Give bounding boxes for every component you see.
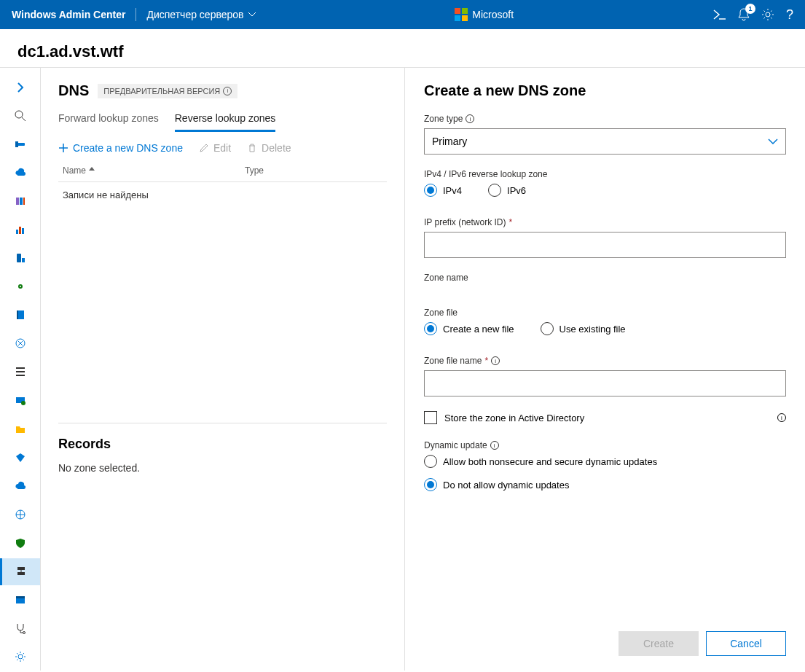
settings-icon[interactable] (761, 8, 774, 21)
ipver-label: IPv4 / IPv6 reverse lookup zone (424, 169, 786, 179)
ip-prefix-input[interactable] (424, 232, 786, 258)
radio-create-new-file[interactable]: Create a new file (424, 322, 514, 335)
sidebar-search[interactable] (0, 102, 40, 129)
sidebar-item-15[interactable] (0, 530, 40, 557)
radio-du-deny[interactable]: Do not allow dynamic updates (424, 478, 786, 491)
form-title: Create a new DNS zone (424, 82, 786, 99)
svg-rect-2 (455, 15, 460, 21)
sidebar-item-5[interactable] (0, 245, 40, 272)
svg-rect-19 (17, 310, 18, 319)
sidebar-item-8[interactable] (0, 330, 40, 357)
zone-type-select[interactable]: Primary (424, 128, 786, 155)
sidebar-item-2[interactable] (0, 159, 40, 186)
sort-asc-icon (89, 167, 95, 174)
pencil-icon (199, 143, 209, 153)
info-icon[interactable]: i (491, 356, 500, 365)
create-button: Create (619, 631, 699, 656)
info-icon[interactable]: i (490, 441, 499, 450)
sidebar-item-1[interactable] (0, 130, 40, 157)
notifications-icon[interactable]: 1 (738, 8, 750, 21)
create-zone-button[interactable]: Create a new DNS zone (58, 142, 183, 154)
sidebar-item-3[interactable] (0, 187, 40, 214)
tab-forward-zones[interactable]: Forward lookup zones (58, 112, 159, 132)
svg-rect-25 (17, 572, 25, 575)
delete-zone-button: Delete (247, 142, 291, 154)
sidebar-item-4[interactable] (0, 216, 40, 243)
svg-rect-3 (462, 15, 468, 21)
radio-du-allow[interactable]: Allow both nonsecure and secure dynamic … (424, 455, 786, 468)
ip-prefix-label: IP prefix (network ID)* (424, 217, 786, 227)
app-header: Windows Admin Center Диспетчер серверов … (0, 0, 805, 29)
table-empty-message: Записи не найдены (58, 182, 387, 208)
svg-point-22 (21, 401, 25, 405)
store-ad-checkbox[interactable] (424, 411, 437, 424)
product-title[interactable]: Windows Admin Center (12, 9, 125, 20)
store-ad-label: Store the zone in Active Directory (444, 413, 584, 423)
sidebar-item-13[interactable] (0, 472, 40, 499)
cloud2-icon (15, 480, 26, 492)
chevron-down-icon (248, 12, 256, 17)
col-header-name[interactable]: Name (63, 165, 245, 176)
brand-area[interactable]: Microsoft (256, 8, 713, 21)
zone-file-name-input[interactable] (424, 370, 786, 396)
list-icon (15, 366, 26, 378)
microsoft-logo-icon (455, 8, 468, 21)
cancel-button[interactable]: Cancel (706, 631, 786, 656)
powershell-icon[interactable] (713, 9, 726, 20)
sidebar-expand[interactable] (0, 74, 40, 101)
context-dropdown[interactable]: Диспетчер серверов (146, 9, 255, 20)
trash-icon (247, 143, 257, 153)
svg-rect-13 (22, 228, 24, 234)
records-title: Records (58, 437, 387, 452)
svg-rect-11 (16, 230, 18, 234)
svg-point-28 (23, 632, 25, 634)
cloud-icon (15, 167, 26, 179)
radio-ipv6[interactable]: IPv6 (488, 184, 526, 197)
sidebar-item-19[interactable] (0, 644, 40, 671)
sidebar-item-18[interactable] (0, 615, 40, 642)
sidebar-item-11[interactable] (0, 415, 40, 442)
sidebar-item-14[interactable] (0, 501, 40, 528)
svg-point-29 (18, 655, 23, 659)
svg-rect-9 (20, 198, 23, 205)
svg-rect-15 (22, 258, 25, 262)
sidebar-item-9[interactable] (0, 359, 40, 386)
svg-rect-8 (16, 198, 19, 205)
zone-table-header: Name Type (58, 160, 387, 182)
svg-point-4 (766, 12, 770, 17)
svg-rect-0 (455, 8, 460, 14)
svg-rect-10 (23, 198, 25, 205)
preview-badge: ПРЕДВАРИТЕЛЬНАЯ ВЕРСИЯ i (98, 84, 237, 98)
col-header-type[interactable]: Type (245, 165, 264, 176)
gear-small-icon (15, 281, 26, 292)
info-icon[interactable]: i (466, 114, 474, 123)
tool-sidebar (0, 68, 41, 671)
zone-name-label: Zone name (424, 273, 786, 283)
help-icon[interactable]: ? (786, 7, 793, 23)
radio-ipv4[interactable]: IPv4 (424, 184, 462, 197)
zone-file-label: Zone file (424, 308, 786, 318)
sidebar-item-12[interactable] (0, 444, 40, 471)
dynamic-update-label: Dynamic update i (424, 440, 786, 450)
svg-rect-14 (17, 254, 21, 262)
sidebar-item-6[interactable] (0, 273, 40, 300)
zone-type-label: Zone type i (424, 114, 786, 124)
records-section: Records No zone selected. (58, 423, 387, 671)
svg-point-5 (15, 111, 23, 118)
create-zone-panel: Create a new DNS zone Zone type i Primar… (405, 68, 805, 671)
sidebar-item-10[interactable] (0, 387, 40, 414)
info-icon[interactable]: i (223, 87, 232, 95)
sidebar-item-17[interactable] (0, 587, 40, 614)
monitor-icon (15, 395, 26, 407)
radio-use-existing-file[interactable]: Use existing file (541, 322, 626, 335)
svg-rect-6 (17, 143, 25, 146)
sidebar-item-dns[interactable] (0, 558, 40, 585)
search-icon (15, 110, 26, 122)
info-icon[interactable]: i (777, 413, 786, 422)
stethoscope-icon (15, 622, 26, 634)
tab-reverse-zones[interactable]: Reverse lookup zones (175, 112, 276, 132)
server-icon (15, 138, 26, 150)
svg-rect-1 (462, 8, 468, 14)
sidebar-item-7[interactable] (0, 302, 40, 329)
records-empty-message: No zone selected. (58, 462, 387, 474)
